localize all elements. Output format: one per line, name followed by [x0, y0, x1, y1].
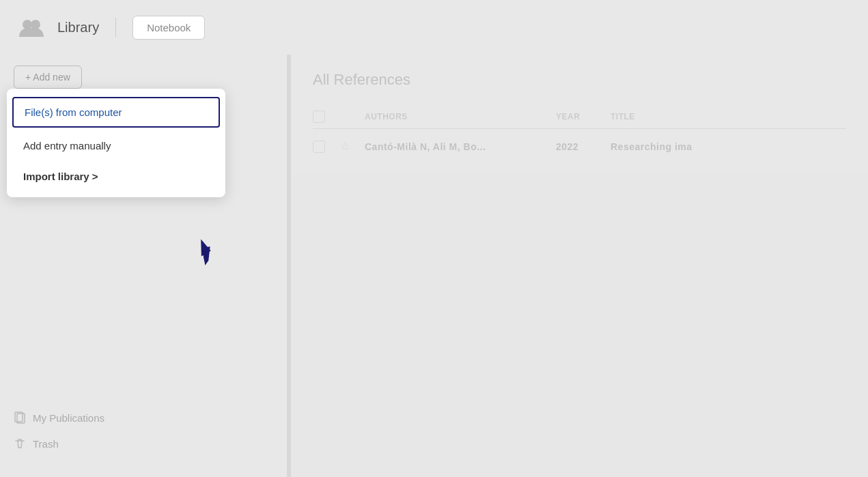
table-header: AUTHORS YEAR TITLE: [313, 105, 846, 129]
row-authors: Cantó-Milà N, Ali M, Bo...: [365, 141, 556, 152]
row-check-col: [313, 141, 340, 153]
main-layout: + Add new File(s) from computer Add entr…: [0, 55, 868, 477]
sidebar-bottom-items: My Publications Trash: [14, 411, 104, 463]
trash-icon: [14, 437, 26, 450]
add-entry-manually-option[interactable]: Add entry manually: [7, 130, 225, 161]
header-authors: AUTHORS: [365, 112, 556, 121]
sidebar: + Add new File(s) from computer Add entr…: [0, 55, 287, 477]
sidebar-item-publications[interactable]: My Publications: [14, 411, 104, 424]
files-from-computer-option[interactable]: File(s) from computer: [12, 97, 220, 128]
favorite-star-icon[interactable]: ☆: [340, 141, 350, 152]
row-year: 2022: [556, 141, 611, 152]
app-header: Library Notebook: [0, 0, 868, 55]
trash-label: Trash: [33, 438, 59, 450]
svg-point-0: [23, 20, 32, 29]
svg-point-1: [31, 20, 40, 29]
header-title: TITLE: [611, 112, 846, 121]
add-new-button[interactable]: + Add new: [14, 66, 82, 89]
logo-icon: [16, 12, 46, 42]
app-title: Library: [57, 20, 99, 35]
dropdown-menu: File(s) from computer Add entry manually…: [7, 89, 225, 197]
notebook-button[interactable]: Notebook: [132, 16, 205, 40]
publications-icon: [14, 411, 26, 424]
header-divider: [115, 18, 116, 37]
sidebar-item-trash[interactable]: Trash: [14, 437, 104, 450]
header-checkbox[interactable]: [313, 111, 325, 123]
row-checkbox[interactable]: [313, 141, 325, 153]
import-library-option[interactable]: Import library >: [7, 161, 225, 192]
row-title: Researching ima: [611, 141, 846, 152]
header-year: YEAR: [556, 112, 611, 121]
table-row[interactable]: ☆ Cantó-Milà N, Ali M, Bo... 2022 Resear…: [313, 132, 846, 161]
my-publications-label: My Publications: [33, 412, 104, 424]
main-content: All References AUTHORS YEAR TITLE ☆ Cant…: [291, 55, 868, 477]
section-title: All References: [313, 71, 846, 89]
row-star-col[interactable]: ☆: [340, 140, 365, 153]
header-check-col: [313, 111, 340, 123]
